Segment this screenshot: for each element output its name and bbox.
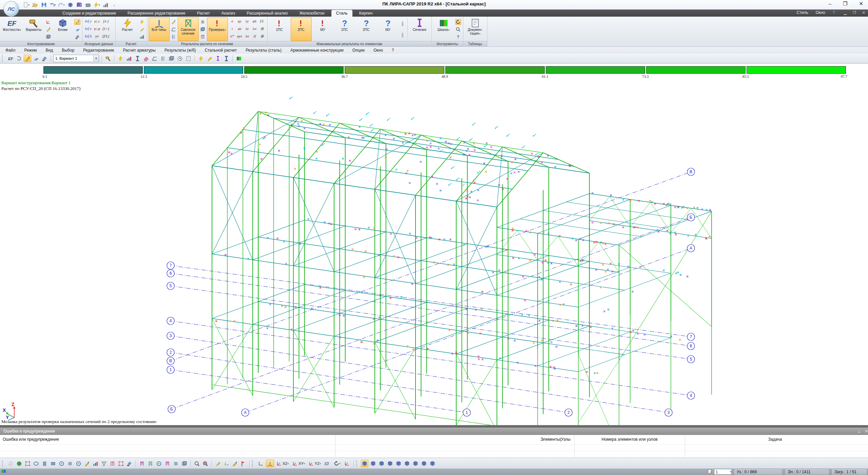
errors-table[interactable]: Ошибка или предупреждение Элементы|Узлы … <box>0 435 868 458</box>
menu-выбор[interactable]: Выбор <box>62 48 74 53</box>
r-coef-icon[interactable] <box>45 19 51 25</box>
calc-selected-icon[interactable] <box>139 26 145 32</box>
documentation-button[interactable]: Докумен-тация ▾ <box>465 17 486 41</box>
edit-mode-icon[interactable] <box>708 469 713 475</box>
variant-combo[interactable]: 1. Вариант 1▼ <box>53 55 99 62</box>
menu-файл[interactable]: Файл <box>5 48 16 53</box>
scale-button[interactable]: Шкала ▾ <box>433 17 454 41</box>
input-symbol[interactable]: [f/L] <box>101 34 110 38</box>
beam-icon[interactable] <box>134 55 141 62</box>
zoom-in-icon[interactable] <box>193 460 200 467</box>
frame-pink-icon[interactable] <box>117 460 124 467</box>
all-types-button[interactable]: Все типы <box>149 17 170 41</box>
walls-icon[interactable] <box>159 55 167 62</box>
check-button[interactable]: !Проверка ▾ <box>207 17 228 41</box>
menu-результаты-ж-б-[interactable]: Результаты (ж/б) <box>165 48 196 53</box>
section-symbol[interactable]: f/L <box>258 19 266 23</box>
pen2-icon[interactable] <box>171 19 177 25</box>
window-menu[interactable]: Окно ⌄ <box>816 10 828 15</box>
input-symbol[interactable]: γn <box>93 34 101 38</box>
scale-tool-icon[interactable] <box>235 55 243 62</box>
brush-icon[interactable] <box>126 460 133 467</box>
thermo1-icon[interactable] <box>400 21 406 26</box>
section-symbol[interactable]: τ <box>229 26 236 31</box>
calc-all-icon[interactable] <box>117 55 124 62</box>
view-cube-9-icon[interactable] <box>429 460 436 467</box>
calc-table-icon[interactable] <box>139 19 145 25</box>
mu-local-button[interactable]: ?МУ <box>378 17 399 41</box>
steel-calc-button[interactable]: Расчет <box>117 17 138 41</box>
flag-question-icon[interactable]: ? <box>455 34 461 40</box>
multi-edit-icon[interactable] <box>32 55 40 62</box>
pm-edit-icon[interactable] <box>41 55 48 62</box>
tab-создание-и-редактирование[interactable]: Создание и редактирование <box>58 10 121 17</box>
section-h-icon[interactable] <box>45 34 51 40</box>
through-section-button[interactable]: Сквозное сечение <box>178 17 199 41</box>
proj-yz-button[interactable]: YZ▾ <box>307 460 322 467</box>
select-mesh-icon[interactable] <box>66 460 74 467</box>
section-symbol[interactable]: λf <box>251 34 258 38</box>
menu-опции[interactable]: Опции <box>352 48 365 53</box>
proj-xz-button[interactable]: XZ▾ <box>275 460 290 467</box>
menu-окно[interactable]: Окно <box>373 48 383 53</box>
sections-button[interactable]: Сечения <box>409 17 430 41</box>
section-symbol[interactable]: σ* <box>229 34 236 38</box>
menu-вид[interactable]: Вид <box>46 48 53 53</box>
selection-combo[interactable]: 1.▾ <box>714 469 732 475</box>
zoom-question-icon[interactable] <box>455 26 461 32</box>
eraser-icon[interactable] <box>142 55 150 62</box>
view-cube-8-icon[interactable] <box>420 460 428 467</box>
tab-расчет[interactable]: Расчет <box>192 10 215 17</box>
calc-sigma-icon[interactable] <box>139 34 145 40</box>
mesh-select-icon[interactable] <box>172 460 179 467</box>
input-symbol[interactable]: [λ-] <box>101 19 110 23</box>
node-select-icon[interactable] <box>155 460 162 467</box>
cabinet-icon[interactable] <box>180 460 188 467</box>
model-viewport[interactable]: 765432В1БВБА7654А123ZXY Вариант конструи… <box>0 79 868 425</box>
pin-icon[interactable]: ⊥ <box>857 429 861 434</box>
ps1-local-button[interactable]: ?1ПС <box>334 17 355 41</box>
sec2-icon[interactable] <box>200 26 206 32</box>
view-cube-6-icon[interactable] <box>403 460 411 467</box>
calc-grid-icon[interactable] <box>125 55 133 62</box>
ps1-button[interactable]: !1ПС <box>269 17 290 41</box>
tab-железобетон[interactable]: Железобетон <box>294 10 329 17</box>
section-symbol[interactable]: σ <box>229 19 236 23</box>
section-symbol[interactable]: λy <box>244 19 251 23</box>
ef-edit-icon[interactable]: EF <box>7 55 14 62</box>
sec3-icon[interactable] <box>200 34 206 40</box>
zoom-off-icon[interactable] <box>201 460 209 467</box>
close-button[interactable]: ✕ <box>859 1 863 7</box>
menu-режим[interactable]: Режим <box>24 48 37 53</box>
tab-расширенный-анализ[interactable]: Расширенный анализ <box>242 10 292 17</box>
select-ellipse-icon[interactable] <box>32 460 40 467</box>
icol1-icon[interactable] <box>214 55 221 62</box>
tab-расширенное-редактирование[interactable]: Расширенное редактирование <box>123 10 190 17</box>
ps2-button[interactable]: !2ПС <box>291 17 312 41</box>
mdi-close-icon[interactable]: ✕ <box>862 11 865 15</box>
select-sphere-icon[interactable] <box>15 460 23 467</box>
input-symbol[interactable]: γc,φ <box>93 26 101 31</box>
help-menu[interactable]: ? ⌄ <box>833 10 838 15</box>
view-cube-7-icon[interactable] <box>412 460 419 467</box>
doors-icon[interactable] <box>109 460 116 467</box>
sec1-icon[interactable] <box>200 19 206 25</box>
perp-icon[interactable] <box>171 34 177 40</box>
thermo2-icon[interactable] <box>400 32 406 38</box>
input-symbol[interactable]: ℓef z <box>84 26 93 31</box>
doc-icon[interactable] <box>185 55 192 62</box>
menu-стальной-расчет[interactable]: Стальной расчет <box>205 48 237 53</box>
mu-button[interactable]: !МУ <box>312 17 333 41</box>
length-icon[interactable]: L <box>223 460 230 467</box>
multi-pen-icon[interactable] <box>74 26 80 32</box>
ps2-local-button[interactable]: ?2ПС <box>356 17 377 41</box>
isometry-button[interactable] <box>343 460 351 467</box>
input-symbol[interactable]: ℓef,b <box>84 34 93 38</box>
input-symbol[interactable]: ℓef y <box>84 19 93 23</box>
section-symbol[interactable]: φb <box>251 19 258 23</box>
section-symbol[interactable]: λα <box>244 34 251 38</box>
style-menu[interactable]: Стиль ⌄ <box>797 10 811 15</box>
columns-icon[interactable] <box>168 55 175 62</box>
panel-close-icon[interactable]: ✕ <box>865 429 868 434</box>
menu-результаты-сталь-[interactable]: Результаты (сталь) <box>246 48 282 53</box>
